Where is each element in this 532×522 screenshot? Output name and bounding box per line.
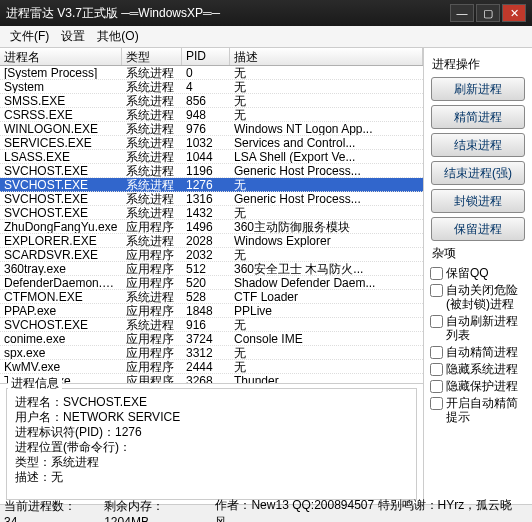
cell-type: 系统进程: [122, 206, 182, 219]
table-row[interactable]: System系统进程4无: [0, 80, 423, 94]
table-row[interactable]: SCARDSVR.EXE应用程序2032无: [0, 248, 423, 262]
chk-hide-sys[interactable]: 隐藏系统进程: [430, 362, 526, 376]
table-row[interactable]: SERVICES.EXE系统进程1032Services and Control…: [0, 136, 423, 150]
cell-type: 系统进程: [122, 66, 182, 79]
cell-desc: 无: [230, 360, 423, 373]
table-row[interactable]: PPAP.exe应用程序1848PPLive: [0, 304, 423, 318]
cell-desc: 无: [230, 346, 423, 359]
cell-name: WINLOGON.EXE: [0, 122, 122, 135]
col-name[interactable]: 进程名: [0, 48, 122, 65]
table-body[interactable]: [System Process]系统进程0无System系统进程4无SMSS.E…: [0, 66, 423, 383]
cell-pid: 1432: [182, 206, 230, 219]
cell-desc: 无: [230, 178, 423, 191]
chk-auto-trim-box[interactable]: [430, 346, 443, 359]
cell-desc: Generic Host Process...: [230, 164, 423, 177]
chk-auto-trim[interactable]: 自动精简进程: [430, 345, 526, 359]
table-row[interactable]: SVCHOST.EXE系统进程916无: [0, 318, 423, 332]
menu-settings[interactable]: 设置: [55, 26, 91, 47]
maximize-button[interactable]: ▢: [476, 4, 500, 22]
table-row[interactable]: 360tray.exe应用程序512360安全卫士 木马防火...: [0, 262, 423, 276]
chk-keep-qq[interactable]: 保留QQ: [430, 266, 526, 280]
lock-button[interactable]: 封锁进程: [431, 189, 525, 213]
table-row[interactable]: Thunder.exe应用程序3268Thunder: [0, 374, 423, 383]
cell-pid: 0: [182, 66, 230, 79]
cell-type: 应用程序: [122, 262, 182, 275]
table-row[interactable]: WINLOGON.EXE系统进程976Windows NT Logon App.…: [0, 122, 423, 136]
table-row[interactable]: [System Process]系统进程0无: [0, 66, 423, 80]
chk-start-trim[interactable]: 开启自动精简提示: [430, 396, 526, 424]
chk-start-trim-box[interactable]: [430, 397, 443, 410]
end-button[interactable]: 结束进程: [431, 133, 525, 157]
table-row[interactable]: DefenderDaemon.exe应用程序520Shadow Defender…: [0, 276, 423, 290]
menu-other[interactable]: 其他(O): [91, 26, 144, 47]
cell-name: SCARDSVR.EXE: [0, 248, 122, 261]
table-row[interactable]: KwMV.exe应用程序2444无: [0, 360, 423, 374]
col-desc[interactable]: 描述: [230, 48, 423, 65]
status-mem: 剩余内存：1204MB: [104, 498, 207, 522]
cell-name: [System Process]: [0, 66, 122, 79]
table-row[interactable]: conime.exe应用程序3724Console IME: [0, 332, 423, 346]
cell-type: 系统进程: [122, 192, 182, 205]
cell-type: 系统进程: [122, 178, 182, 191]
table-row[interactable]: SVCHOST.EXE系统进程1432无: [0, 206, 423, 220]
cell-pid: 948: [182, 108, 230, 121]
close-button[interactable]: ✕: [502, 4, 526, 22]
chk-auto-close[interactable]: 自动关闭危险(被封锁)进程: [430, 283, 526, 311]
status-bar: 当前进程数：34 剩余内存：1204MB 作者：New13 QQ:2008945…: [0, 504, 532, 522]
table-row[interactable]: CTFMON.EXE系统进程528CTF Loader: [0, 290, 423, 304]
col-pid[interactable]: PID: [182, 48, 230, 65]
cell-pid: 1276: [182, 178, 230, 191]
status-author: 作者：New13 QQ:200894507 特别鸣谢：HYrz，孤云晓风: [215, 497, 520, 523]
table-row[interactable]: EXPLORER.EXE系统进程2028Windows Explorer: [0, 234, 423, 248]
table-row[interactable]: SVCHOST.EXE系统进程1276无: [0, 178, 423, 192]
refresh-button[interactable]: 刷新进程: [431, 77, 525, 101]
info-legend: 进程信息: [8, 376, 62, 391]
cell-pid: 4: [182, 80, 230, 93]
cell-type: 系统进程: [122, 150, 182, 163]
cell-type: 系统进程: [122, 164, 182, 177]
cell-type: 系统进程: [122, 318, 182, 331]
cell-desc: 无: [230, 108, 423, 121]
cell-name: SVCHOST.EXE: [0, 178, 122, 191]
menu-file[interactable]: 文件(F): [4, 26, 55, 47]
table-header: 进程名 类型 PID 描述: [0, 48, 423, 66]
cell-desc: 无: [230, 318, 423, 331]
table-row[interactable]: spx.exe应用程序3312无: [0, 346, 423, 360]
cell-type: 应用程序: [122, 360, 182, 373]
reserve-button[interactable]: 保留进程: [431, 217, 525, 241]
cell-desc: LSA Shell (Export Ve...: [230, 150, 423, 163]
table-row[interactable]: CSRSS.EXE系统进程948无: [0, 108, 423, 122]
cell-desc: PPLive: [230, 304, 423, 317]
chk-hide-sys-box[interactable]: [430, 363, 443, 376]
cell-name: ZhuDongFangYu.exe: [0, 220, 122, 233]
cell-desc: CTF Loader: [230, 290, 423, 303]
col-type[interactable]: 类型: [122, 48, 182, 65]
cell-type: 应用程序: [122, 304, 182, 317]
table-row[interactable]: SMSS.EXE系统进程856无: [0, 94, 423, 108]
cell-pid: 916: [182, 318, 230, 331]
chk-auto-refresh-box[interactable]: [430, 315, 443, 328]
side-panel: 进程操作 刷新进程 精简进程 结束进程 结束进程(强) 封锁进程 保留进程 杂项…: [424, 48, 532, 504]
info-body: 进程名：SVCHOST.EXE 用户名：NETWORK SERVICE 进程标识…: [6, 388, 417, 500]
table-row[interactable]: ZhuDongFangYu.exe应用程序1496360主动防御服务模块: [0, 220, 423, 234]
cell-pid: 1044: [182, 150, 230, 163]
cell-pid: 3724: [182, 332, 230, 345]
chk-auto-close-box[interactable]: [430, 284, 443, 297]
end-strong-button[interactable]: 结束进程(强): [431, 161, 525, 185]
cell-desc: 360安全卫士 木马防火...: [230, 262, 423, 275]
cell-name: SVCHOST.EXE: [0, 192, 122, 205]
cell-pid: 3312: [182, 346, 230, 359]
cell-pid: 512: [182, 262, 230, 275]
table-row[interactable]: SVCHOST.EXE系统进程1316Generic Host Process.…: [0, 192, 423, 206]
chk-hide-prot[interactable]: 隐藏保护进程: [430, 379, 526, 393]
table-row[interactable]: SVCHOST.EXE系统进程1196Generic Host Process.…: [0, 164, 423, 178]
title-bar: 进程雷达 V3.7正式版 ─═WindowsXP═─ — ▢ ✕: [0, 0, 532, 26]
minimize-button[interactable]: —: [450, 4, 474, 22]
chk-hide-prot-box[interactable]: [430, 380, 443, 393]
chk-keep-qq-box[interactable]: [430, 267, 443, 280]
cell-desc: 无: [230, 248, 423, 261]
table-row[interactable]: LSASS.EXE系统进程1044LSA Shell (Export Ve...: [0, 150, 423, 164]
cell-desc: 无: [230, 206, 423, 219]
chk-auto-refresh[interactable]: 自动刷新进程列表: [430, 314, 526, 342]
trim-button[interactable]: 精简进程: [431, 105, 525, 129]
